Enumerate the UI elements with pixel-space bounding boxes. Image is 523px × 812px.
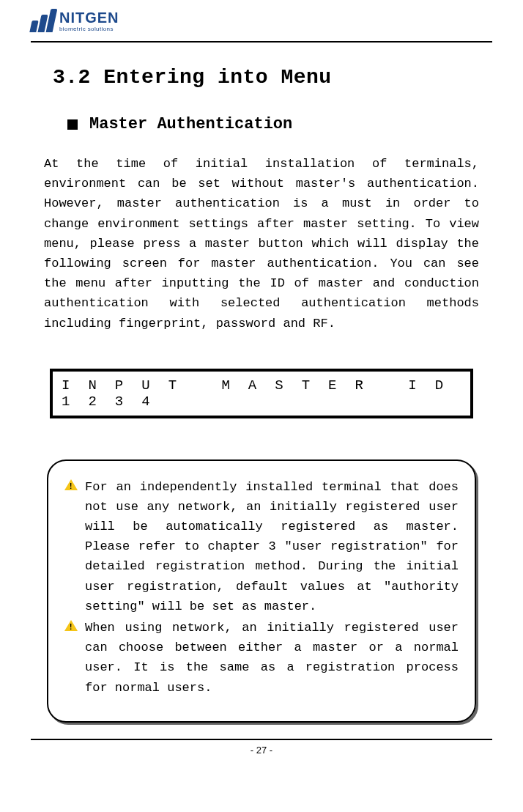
warning-icon (64, 620, 78, 631)
notice-item: For an independently installed terminal … (64, 477, 459, 616)
page-header: NITGEN biometric solutions (31, 9, 492, 38)
logo-brand-text: NITGEN (59, 10, 119, 25)
notice-box: For an independently installed terminal … (47, 459, 476, 723)
logo-bars-icon (31, 9, 55, 32)
logo-tagline: biometric solutions (59, 26, 119, 32)
lcd-display-box: I N P U T M A S T E R I D 1 2 3 4 (50, 369, 473, 418)
document-page: NITGEN biometric solutions 3.2 Entering … (0, 0, 523, 770)
notice-text: When using network, an initially registe… (85, 618, 459, 698)
page-number: - 27 - (31, 745, 492, 756)
footer-divider (31, 739, 492, 740)
subsection-title: Master Authentication (89, 115, 292, 133)
logo: NITGEN biometric solutions (31, 9, 119, 32)
subsection-header: Master Authentication (67, 115, 479, 133)
section-title: 3.2 Entering into Menu (53, 66, 479, 89)
square-bullet-icon (67, 119, 78, 130)
warning-icon (64, 479, 78, 490)
notice-item: When using network, an initially registe… (64, 618, 459, 698)
display-row-1: I N P U T M A S T E R I D (62, 377, 461, 394)
notice-text: For an independently installed terminal … (85, 477, 459, 616)
page-content: 3.2 Entering into Menu Master Authentica… (31, 43, 492, 723)
body-paragraph: At the time of initial installation of t… (44, 154, 479, 333)
display-row-2: 1 2 3 4 (62, 394, 461, 410)
